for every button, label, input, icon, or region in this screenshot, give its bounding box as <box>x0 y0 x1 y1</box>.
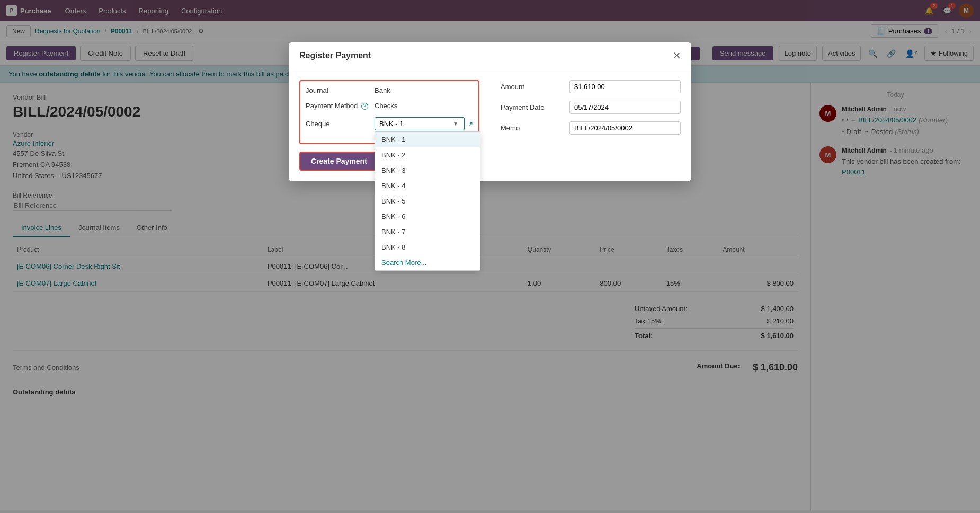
journal-field: Journal Bank <box>306 86 473 94</box>
cheque-field: Cheque BNK - 1 ▼ ↗ BNK - 1 BNK <box>306 117 473 130</box>
dropdown-item-bnk7[interactable]: BNK - 7 <box>375 224 480 240</box>
dropdown-item-bnk2[interactable]: BNK - 2 <box>375 147 480 163</box>
memo-label: Memo <box>501 124 569 132</box>
cheque-section-highlighted: Journal Bank Payment Method ? Checks <box>299 80 479 144</box>
search-more-button[interactable]: Search More... <box>375 255 480 270</box>
dropdown-item-bnk8[interactable]: BNK - 8 <box>375 240 480 255</box>
cheque-dropdown: BNK - 1 BNK - 2 BNK - 3 BNK - 4 BNK - 5 … <box>375 131 480 271</box>
amount-field: Amount <box>501 80 681 93</box>
payment-method-field: Payment Method ? Checks <box>306 102 473 110</box>
dropdown-item-bnk3[interactable]: BNK - 3 <box>375 163 480 178</box>
dropdown-item-bnk5[interactable]: BNK - 5 <box>375 193 480 209</box>
amount-input[interactable] <box>569 80 681 93</box>
payment-date-label: Payment Date <box>501 103 569 111</box>
amount-label: Amount <box>501 83 569 91</box>
cheque-select[interactable]: BNK - 1 <box>375 117 465 130</box>
dropdown-item-bnk4[interactable]: BNK - 4 <box>375 178 480 193</box>
journal-label: Journal <box>306 86 375 94</box>
payment-method-label: Payment Method <box>306 102 358 110</box>
modal-body: Journal Bank Payment Method ? Checks <box>289 69 691 181</box>
external-link-icon[interactable]: ↗ <box>468 120 473 128</box>
journal-value: Bank <box>375 86 473 94</box>
payment-date-field: Payment Date <box>501 101 681 114</box>
register-payment-modal: Register Payment ✕ Journal Bank <box>289 42 691 181</box>
modal-close-button[interactable]: ✕ <box>673 51 681 60</box>
payment-date-input[interactable] <box>569 101 681 114</box>
memo-input[interactable] <box>569 121 681 135</box>
payment-method-value: Checks <box>375 102 473 110</box>
memo-field: Memo <box>501 121 681 135</box>
cheque-label: Cheque <box>306 120 375 128</box>
modal-overlay[interactable]: Register Payment ✕ Journal Bank <box>0 0 980 513</box>
dropdown-item-bnk1[interactable]: BNK - 1 <box>375 132 480 147</box>
create-payment-button[interactable]: Create Payment <box>299 152 379 171</box>
payment-method-help[interactable]: ? <box>361 103 368 110</box>
dropdown-item-bnk6[interactable]: BNK - 6 <box>375 209 480 224</box>
modal-title: Register Payment <box>299 51 371 60</box>
